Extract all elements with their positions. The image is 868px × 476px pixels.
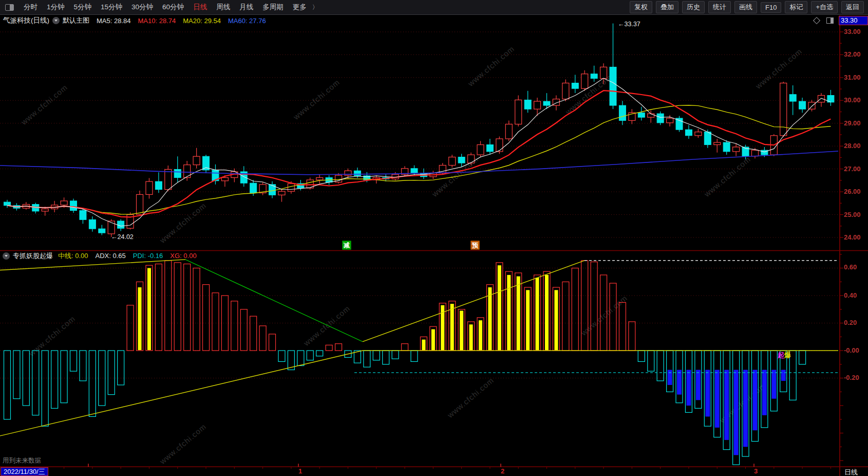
indicator-midline-value: 中线: 0.00	[58, 251, 88, 261]
watermark: www.cfchi.com	[292, 78, 342, 121]
indicator-axis-label: 0.20	[844, 319, 867, 327]
tab-60min[interactable]: 60分钟	[162, 3, 184, 12]
tab-15min[interactable]: 15分钟	[101, 3, 122, 12]
watermark: www.cfchi.com	[703, 155, 752, 198]
add-watchlist-button[interactable]: +自选	[811, 1, 838, 13]
tab-30min[interactable]: 30分钟	[131, 3, 153, 12]
ma10-value: MA10: 28.74	[138, 17, 176, 25]
indicator-pdi-value: PDI: -0.16	[133, 252, 163, 260]
layout-label[interactable]: 默认主图	[63, 16, 89, 25]
price-axis-label: 28.00	[844, 142, 867, 150]
main-chart-header: 气派科技(日线) 默认主图 MA5: 28.84 MA10: 28.74 MA2…	[0, 15, 868, 26]
tab-5min[interactable]: 5分钟	[74, 3, 92, 12]
top-toolbar: 分时 1分钟 5分钟 15分钟 30分钟 60分钟 日线 周线 月线 多周期 更…	[0, 0, 868, 15]
axis-marker-2: 2	[501, 467, 504, 475]
watermark: www.cfchi.com	[430, 155, 480, 198]
price-axis-label: 32.00	[844, 50, 867, 59]
watermark: www.cfchi.com	[302, 304, 352, 347]
axis-marker-1: 1	[298, 467, 302, 475]
indicator-header: 专抓妖股起爆 中线: 0.00 ADX: 0.65 PDI: -0.16 XG:…	[0, 251, 868, 261]
tab-timeshare[interactable]: 分时	[24, 3, 37, 12]
tab-more[interactable]: 更多	[293, 3, 307, 12]
watermark: www.cfchi.com	[20, 83, 69, 126]
indicator-axis-label: 0.40	[844, 291, 867, 300]
symbol-title: 气派科技(日线)	[3, 16, 49, 25]
indicator-title[interactable]: 专抓妖股起爆	[13, 251, 53, 261]
indicator-adx-value: ADX: 0.65	[96, 252, 126, 260]
price-axis-label: 30.00	[844, 96, 867, 104]
period-label: 日线	[844, 468, 858, 476]
price-axis-label: 33.00	[844, 28, 867, 36]
mark-button[interactable]: 标记	[785, 1, 807, 13]
burst-signal-label: 起爆	[778, 351, 791, 360]
statistics-button[interactable]: 统计	[708, 1, 731, 13]
indicator-axis-label: 0.60	[844, 263, 867, 271]
indicator-axis-label: -0.00	[844, 346, 867, 355]
future-data-note: 用到未来数据	[3, 456, 41, 465]
watermark: www.cfchi.com	[564, 72, 614, 116]
low-price-annotation: ←24.02	[111, 233, 134, 241]
chevron-down-icon[interactable]	[52, 17, 60, 24]
ma20-value: MA20: 29.54	[183, 17, 221, 25]
price-axis-label: 24.00	[844, 233, 867, 242]
watermark: www.cfchi.com	[27, 314, 77, 358]
price-axis-label: 31.00	[844, 74, 867, 82]
tab-daily[interactable]: 日线	[193, 3, 207, 12]
watermark: www.cfchi.com	[579, 294, 629, 337]
panel-layout-icon[interactable]	[826, 17, 834, 24]
axis-top-price-box: 33.30	[839, 16, 868, 25]
price-axis-label: 29.00	[844, 119, 867, 127]
tab-multi-period[interactable]: 多周期	[262, 3, 284, 12]
price-axis-label: 27.00	[844, 165, 867, 173]
back-button[interactable]: 返回	[841, 1, 864, 13]
reduce-signal-badge: 减	[342, 241, 351, 250]
alert-signal-badge: 预	[470, 241, 480, 250]
axis-marker-3: 3	[754, 467, 758, 475]
watermark: www.cfchi.com	[446, 376, 496, 419]
ma5-value: MA5: 28.84	[97, 17, 131, 25]
draw-line-button[interactable]: 画线	[734, 1, 757, 13]
high-price-annotation: ←33.37	[618, 21, 640, 28]
indicator-axis-label: -0.20	[844, 374, 867, 382]
watermark: www.cfchi.com	[466, 44, 516, 88]
window-toggle-icon[interactable]	[5, 4, 14, 11]
diamond-icon[interactable]	[813, 17, 820, 24]
header-icons: 33.30	[814, 16, 868, 25]
indicator-xg-value: XG: 0.00	[170, 252, 196, 260]
watermark: www.cfchi.com	[158, 422, 208, 466]
more-chevron-icon[interactable]: 〉	[312, 3, 318, 12]
watermark: www.cfchi.com	[754, 47, 804, 90]
ma60-value: MA60: 27.76	[228, 17, 266, 25]
chevron-down-icon[interactable]	[3, 252, 10, 260]
watermark: www.cfchi.com	[158, 201, 208, 245]
watermark: www.cfchi.com	[718, 381, 768, 425]
price-axis-label: 26.00	[844, 188, 867, 196]
tab-weekly[interactable]: 周线	[216, 3, 230, 12]
burst-char-1: 起	[778, 351, 784, 359]
burst-char-2: 爆	[784, 351, 791, 359]
overlay-button[interactable]: 叠加	[656, 1, 678, 13]
date-box: 2022/11/30/三	[1, 467, 48, 476]
trading-app-window: 分时 1分钟 5分钟 15分钟 30分钟 60分钟 日线 周线 月线 多周期 更…	[0, 0, 868, 476]
price-axis-label: 25.00	[844, 211, 867, 219]
adjust-price-button[interactable]: 复权	[630, 1, 652, 13]
tab-monthly[interactable]: 月线	[239, 3, 253, 12]
history-button[interactable]: 历史	[682, 1, 705, 13]
f10-button[interactable]: F10	[761, 2, 781, 13]
tab-1min[interactable]: 1分钟	[47, 3, 65, 12]
toolbar-right-group: 复权 叠加 历史 统计 画线 F10 标记 +自选 返回	[630, 1, 868, 13]
bottom-time-axis: 2022/11/30/三 1 2 3 日线	[0, 467, 868, 476]
